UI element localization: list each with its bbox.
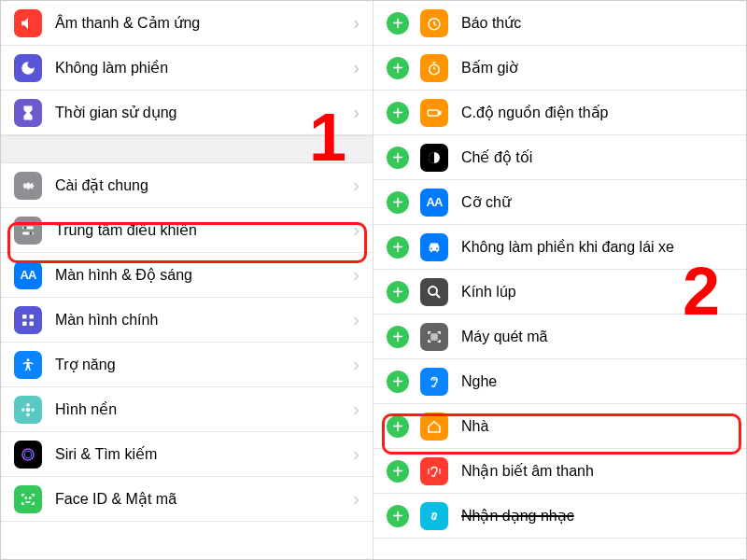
row-label: C.độ nguồn điện thấp [461,104,733,121]
settings-row-home[interactable]: Màn hình chính › [1,298,373,343]
row-label: Trung tâm điều khiển [55,221,353,239]
chevron-icon: › [353,57,359,78]
row-label: Không làm phiền [55,59,353,77]
settings-row-siri[interactable]: Siri & Tìm kiếm › [1,432,373,477]
row-label: Hình nền [55,400,353,418]
settings-row-dnd[interactable]: Không làm phiền › [1,46,373,91]
chevron-icon: › [353,488,359,510]
row-label: Nhà [461,418,733,435]
control-item-alarm[interactable]: + Báo thức [374,1,746,46]
text-size-icon: AA [420,189,448,217]
qr-icon [420,323,448,351]
svg-point-8 [27,358,30,361]
svg-point-16 [25,497,27,498]
clock-icon [420,9,448,37]
settings-row-sound[interactable]: Âm thanh & Cảm ứng › [1,1,373,46]
svg-point-3 [29,231,32,234]
svg-rect-4 [22,315,27,319]
control-item-lowpower[interactable]: + C.độ nguồn điện thấp [374,91,746,135]
faceid-icon [14,485,42,513]
car-icon [420,233,448,261]
svg-rect-7 [30,321,35,326]
settings-row-display[interactable]: AA Màn hình & Độ sáng › [1,253,373,298]
settings-row-control-center[interactable]: Trung tâm điều khiển › [1,208,373,253]
add-button[interactable]: + [387,12,409,35]
control-item-textsize[interactable]: + AA Cỡ chữ [374,180,746,225]
row-label: Kính lúp [461,284,733,301]
control-item-qrscanner[interactable]: + Máy quét mã [374,315,746,359]
svg-point-15 [24,451,32,458]
add-button[interactable]: + [387,191,409,214]
row-label: Face ID & Mật mã [55,490,353,508]
svg-rect-26 [431,334,437,340]
settings-row-general[interactable]: Cài đặt chung › [1,163,373,208]
row-label: Thời gian sử dụng [55,104,353,121]
chevron-icon: › [353,309,359,330]
settings-row-faceid[interactable]: Face ID & Mật mã › [1,477,373,522]
shazam-icon [420,502,448,530]
add-button[interactable]: + [387,371,409,393]
add-button[interactable]: + [387,415,409,438]
row-label: Cỡ chữ [461,193,733,211]
chevron-icon: › [353,102,359,123]
darkmode-icon [420,144,448,172]
chevron-icon: › [353,354,359,375]
row-label: Cài đặt chung [55,176,353,194]
add-button[interactable]: + [387,147,409,169]
svg-point-11 [26,413,30,416]
control-item-magnifier[interactable]: + Kính lúp [374,270,746,315]
svg-point-13 [31,408,35,412]
row-label: Không làm phiền khi đang lái xe [461,238,733,256]
add-button[interactable]: + [387,57,409,79]
ear-icon [420,368,448,396]
control-item-darkmode[interactable]: + Chế độ tối [374,135,746,180]
svg-point-17 [30,497,32,498]
row-label: Nhận dạng nhạc [461,507,733,525]
svg-point-12 [21,408,25,412]
magnify-icon [420,278,448,306]
svg-rect-21 [439,111,441,114]
row-label: Âm thanh & Cảm ứng [55,14,353,32]
chevron-icon: › [353,219,359,241]
settings-row-screentime[interactable]: Thời gian sử dụng › [1,91,373,135]
svg-rect-20 [428,110,438,116]
control-center-add-list: + Báo thức + Bấm giờ + C.độ nguồn điện t… [374,1,746,559]
settings-row-accessibility[interactable]: Trợ năng › [1,343,373,387]
svg-point-25 [429,287,437,295]
svg-rect-5 [30,315,35,319]
row-label: Màn hình & Độ sáng [55,266,353,284]
add-button[interactable]: + [387,505,409,527]
row-label: Bấm giờ [461,59,733,77]
row-label: Báo thức [461,14,733,32]
svg-point-24 [436,247,438,249]
hourglass-icon [14,99,42,127]
flower-icon [14,396,42,424]
svg-point-23 [430,247,432,249]
settings-main-list: Âm thanh & Cảm ứng › Không làm phiền › T… [1,1,374,559]
stopwatch-icon [420,54,448,82]
add-button[interactable]: + [387,460,409,483]
control-item-home[interactable]: + Nhà [374,404,746,449]
control-item-stopwatch[interactable]: + Bấm giờ [374,46,746,91]
svg-point-9 [26,407,31,412]
chevron-icon: › [353,443,359,465]
row-label: Máy quét mã [461,329,733,345]
chevron-icon: › [353,12,359,34]
battery-icon [420,99,448,127]
add-button[interactable]: + [387,326,409,348]
accessibility-icon [14,351,42,379]
add-button[interactable]: + [387,102,409,124]
gear-icon [14,172,42,200]
control-item-soundrecognition[interactable]: + Nhận biết âm thanh [374,449,746,494]
settings-row-wallpaper[interactable]: Hình nền › [1,387,373,432]
control-item-hearing[interactable]: + Nghe [374,359,746,404]
add-button[interactable]: + [387,281,409,303]
chevron-icon: › [353,264,359,286]
add-button[interactable]: + [387,236,409,259]
sound-icon [14,9,42,37]
row-label: Siri & Tìm kiếm [55,445,353,463]
section-gap [1,135,373,163]
control-item-musicrecognition[interactable]: + Nhận dạng nhạc [374,494,746,539]
chevron-icon: › [353,175,359,196]
control-item-driving[interactable]: + Không làm phiền khi đang lái xe [374,225,746,270]
